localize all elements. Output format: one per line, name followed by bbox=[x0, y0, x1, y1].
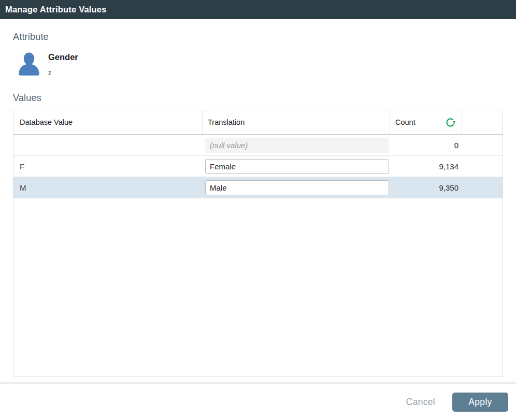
attribute-name: Gender bbox=[48, 52, 78, 62]
refresh-counts-button[interactable] bbox=[445, 117, 456, 128]
person-icon bbox=[16, 50, 42, 78]
database-value-cell: F bbox=[13, 162, 202, 171]
table-row-null[interactable]: 0 bbox=[13, 135, 503, 156]
column-header-database-value: Database Value bbox=[13, 110, 202, 134]
column-header-count: Count bbox=[390, 110, 462, 134]
database-value-cell: M bbox=[13, 183, 202, 192]
apply-button[interactable]: Apply bbox=[452, 393, 508, 412]
refresh-icon bbox=[445, 117, 456, 128]
attribute-section-label: Attribute bbox=[13, 32, 49, 42]
values-section-label: Values bbox=[13, 93, 41, 104]
dialog-footer: Cancel Apply bbox=[0, 384, 516, 420]
table-row-m[interactable]: M 9,350 bbox=[13, 177, 503, 198]
count-cell: 0 bbox=[390, 141, 462, 150]
translation-input-male[interactable] bbox=[205, 180, 389, 195]
cancel-button[interactable]: Cancel bbox=[406, 397, 435, 408]
translation-input-null bbox=[205, 138, 389, 153]
manage-attribute-values-dialog: Manage Attribute Values Attribute Gender… bbox=[0, 0, 516, 420]
count-cell: 9,350 bbox=[390, 183, 462, 192]
values-table: Database Value Translation Count 0 bbox=[13, 110, 503, 376]
count-header-label: Count bbox=[395, 118, 415, 126]
values-table-header: Database Value Translation Count bbox=[13, 110, 503, 135]
translation-cell bbox=[202, 159, 390, 174]
dialog-titlebar: Manage Attribute Values bbox=[0, 0, 516, 19]
column-header-actions bbox=[462, 110, 503, 134]
translation-cell bbox=[202, 180, 390, 195]
translation-cell bbox=[202, 138, 390, 153]
attribute-description: z bbox=[48, 69, 51, 77]
dialog-title: Manage Attribute Values bbox=[5, 5, 107, 15]
table-row-f[interactable]: F 9,134 bbox=[13, 156, 503, 177]
table-empty-area bbox=[13, 198, 503, 376]
translation-input-female[interactable] bbox=[205, 159, 389, 174]
column-header-translation: Translation bbox=[202, 110, 390, 134]
count-cell: 9,134 bbox=[390, 162, 462, 171]
